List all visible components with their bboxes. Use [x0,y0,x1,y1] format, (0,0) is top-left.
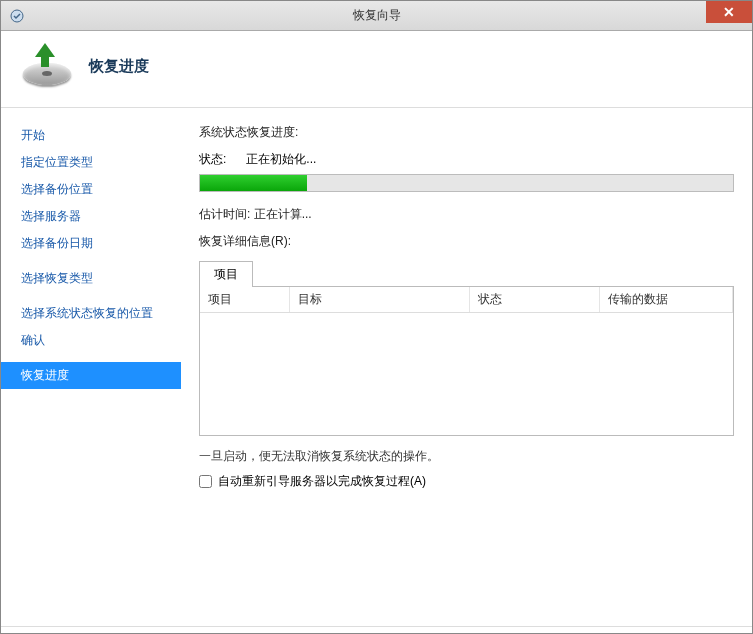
section-heading: 系统状态恢复进度: [199,124,734,141]
progress-fill [200,175,307,191]
main-content: 系统状态恢复进度: 状态: 正在初始化... 估计时间: 正在计算... 恢复详… [181,108,752,626]
progress-bar [199,174,734,192]
status-label: 状态: [199,151,243,168]
status-value: 正在初始化... [246,152,316,166]
app-icon [9,8,25,24]
details-table: 项目 目标 状态 传输的数据 [199,286,734,436]
titlebar: 恢复向导 ✕ [1,1,752,31]
details-tabs: 项目 项目 目标 状态 传输的数据 [199,260,734,436]
close-button[interactable]: ✕ [706,1,752,23]
status-row: 状态: 正在初始化... [199,151,734,168]
estimate-label: 估计时间: [199,207,250,221]
warning-text: 一旦启动，便无法取消恢复系统状态的操作。 [199,448,734,465]
sidebar-item-backup-location[interactable]: 选择备份位置 [1,176,181,203]
sidebar-item-start[interactable]: 开始 [1,122,181,149]
sidebar-item-confirm[interactable]: 确认 [1,327,181,354]
col-target[interactable]: 目标 [290,287,470,312]
estimate-value: 正在计算... [254,207,312,221]
page-title: 恢复进度 [89,57,149,76]
table-header: 项目 目标 状态 传输的数据 [200,287,733,313]
wizard-steps-sidebar: 开始 指定位置类型 选择备份位置 选择服务器 选择备份日期 选择恢复类型 选择系… [1,108,181,626]
sidebar-item-location-type[interactable]: 指定位置类型 [1,149,181,176]
recovery-icon [19,45,75,87]
auto-reboot-row[interactable]: 自动重新引导服务器以完成恢复过程(A) [199,473,734,490]
sidebar-item-recovery-type[interactable]: 选择恢复类型 [1,265,181,292]
auto-reboot-label: 自动重新引导服务器以完成恢复过程(A) [218,473,426,490]
details-label: 恢复详细信息(R): [199,233,734,250]
col-status[interactable]: 状态 [470,287,600,312]
wizard-header: 恢复进度 [1,31,752,108]
sidebar-item-server[interactable]: 选择服务器 [1,203,181,230]
tab-items[interactable]: 项目 [199,261,253,287]
wizard-footer: < 上一步(P) 下一步(N) > 关闭(C) 取消 [1,626,752,634]
sidebar-item-recovery-location[interactable]: 选择系统状态恢复的位置 [1,300,181,327]
window-title: 恢复向导 [353,7,401,24]
col-item[interactable]: 项目 [200,287,290,312]
sidebar-item-backup-date[interactable]: 选择备份日期 [1,230,181,257]
sidebar-item-progress[interactable]: 恢复进度 [1,362,181,389]
col-data[interactable]: 传输的数据 [600,287,733,312]
estimate-row: 估计时间: 正在计算... [199,206,734,223]
auto-reboot-checkbox[interactable] [199,475,212,488]
